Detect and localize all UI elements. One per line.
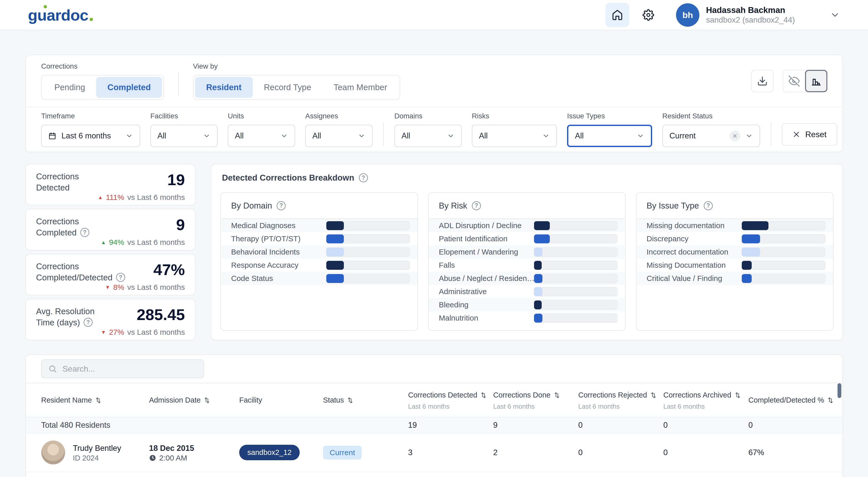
question-icon[interactable]: ? xyxy=(277,201,286,210)
toggle-group-corrections: CorrectionsPendingCompleted xyxy=(41,62,164,100)
toggle-option-pending[interactable]: Pending xyxy=(43,77,96,98)
search-input[interactable] xyxy=(62,364,197,374)
table-scrollbar-thumb[interactable] xyxy=(838,383,841,398)
download-button[interactable] xyxy=(751,70,774,92)
breakdown-row-label: Discrepancy xyxy=(647,234,742,243)
reset-filters-button[interactable]: Reset xyxy=(782,123,837,146)
breakdown-bar-track xyxy=(742,261,825,270)
question-icon[interactable]: ? xyxy=(704,201,713,210)
column-header-corrections-rejected[interactable]: Corrections RejectedLast 6 months xyxy=(578,390,663,410)
toggle-option-record-type[interactable]: Record Type xyxy=(253,77,322,98)
breakdown-row[interactable]: Patient Identification xyxy=(429,232,625,245)
calendar-icon xyxy=(48,132,56,140)
breakdown-row[interactable]: Discrepancy xyxy=(637,232,833,245)
breakdown-row[interactable]: Bleeding xyxy=(429,298,625,311)
question-icon[interactable]: ? xyxy=(359,173,368,182)
delta-compare-text: vs Last 6 months xyxy=(127,193,185,202)
chevron-down-icon xyxy=(203,132,211,140)
panel-header: By Domain? xyxy=(221,193,417,219)
clear-selection-button[interactable] xyxy=(730,130,740,141)
breakdown-row[interactable]: Response Accuracy xyxy=(221,259,417,272)
filter-group-divider xyxy=(383,122,384,146)
facility-badge[interactable]: sandbox2_12 xyxy=(239,445,300,460)
chevron-down-icon xyxy=(280,132,288,140)
kpi-card-corrections-detected: CorrectionsDetected19▲111%vs Last 6 mont… xyxy=(25,164,195,206)
table-cell-value: 3 xyxy=(408,448,493,457)
sort-icon[interactable] xyxy=(480,391,487,399)
breakdown-row[interactable]: Missing Documentation xyxy=(637,259,833,272)
breakdown-row[interactable]: Critical Value / Finding xyxy=(637,272,833,285)
column-header-completed-detected-[interactable]: Completed/Detected % xyxy=(748,395,843,406)
breakdown-row[interactable]: Behavioral Incidents xyxy=(221,245,417,259)
filter-select-domains[interactable]: All xyxy=(394,125,462,147)
sort-icon[interactable] xyxy=(553,391,561,399)
user-org: sandbox2 (sandbox2_44) xyxy=(706,15,795,25)
filter-select-assignees[interactable]: All xyxy=(305,125,373,147)
filter-select-issue-types[interactable]: All xyxy=(567,125,652,147)
toggle-option-resident[interactable]: Resident xyxy=(195,77,253,98)
show-charts-button[interactable] xyxy=(805,70,827,92)
select-value: All xyxy=(479,131,537,141)
filter-select-facilities[interactable]: All xyxy=(150,125,218,147)
column-header-corrections-archived[interactable]: Corrections ArchivedLast 6 months xyxy=(663,390,748,410)
breakdown-bar-track xyxy=(534,234,618,244)
sort-icon[interactable] xyxy=(650,391,657,399)
delta-compare-text: vs Last 6 months xyxy=(127,328,185,336)
select-value: All xyxy=(402,131,442,141)
hide-charts-button[interactable] xyxy=(783,70,805,92)
breakdown-row[interactable]: Malnutrition xyxy=(429,311,625,325)
breakdown-row[interactable]: Elopement / Wandering xyxy=(429,245,625,259)
sort-icon[interactable] xyxy=(94,396,102,404)
sort-icon[interactable] xyxy=(346,396,354,404)
breakdown-row[interactable]: Abuse / Neglect / Residen… xyxy=(429,272,625,285)
breakdown-row-label: Response Accuracy xyxy=(231,261,326,269)
filter-select-units[interactable]: All xyxy=(228,125,295,147)
home-button[interactable] xyxy=(606,3,629,27)
toggle-option-team-member[interactable]: Team Member xyxy=(322,77,398,98)
filter-domains: DomainsAll xyxy=(394,112,462,147)
user-text: Hadassah Backman sandbox2 (sandbox2_44) xyxy=(706,5,795,25)
breakdown-bar-track xyxy=(534,221,618,230)
breakdown-row[interactable]: Medical Diagnoses xyxy=(221,219,417,232)
column-header-corrections-detected[interactable]: Corrections DetectedLast 6 months xyxy=(408,390,493,410)
breakdown-row[interactable]: Incorrect documentation xyxy=(637,245,833,259)
breakdown-bar-track xyxy=(534,274,618,283)
table-row-partial[interactable] xyxy=(26,472,843,477)
user-menu[interactable]: bh Hadassah Backman sandbox2 (sandbox2_4… xyxy=(676,3,795,27)
breakdown-row[interactable]: Therapy (PT/OT/ST) xyxy=(221,232,417,245)
chevron-down-icon xyxy=(745,132,753,140)
question-icon[interactable]: ? xyxy=(116,273,125,282)
breakdown-row-label: Elopement / Wandering xyxy=(439,248,534,256)
breakdown-bar-fill xyxy=(534,261,542,270)
breakdown-row-label: Code Status xyxy=(231,274,326,283)
sort-icon[interactable] xyxy=(734,391,742,399)
settings-button[interactable] xyxy=(637,3,660,27)
column-header-resident-name[interactable]: Resident Name xyxy=(26,395,149,406)
column-header-corrections-done[interactable]: Corrections DoneLast 6 months xyxy=(493,390,578,410)
breakdown-row[interactable]: Missing documentation xyxy=(637,219,833,232)
app-logo[interactable]: guardoc xyxy=(28,6,88,24)
breakdown-row[interactable]: ADL Disruption / Decline xyxy=(429,219,625,232)
question-icon[interactable]: ? xyxy=(80,228,89,237)
kpi-title-text: Corrections xyxy=(36,171,79,182)
breakdown-row[interactable]: Falls xyxy=(429,259,625,272)
toggle-option-completed[interactable]: Completed xyxy=(96,77,162,98)
filter-select-timeframe[interactable]: Last 6 months xyxy=(41,125,140,147)
column-header-status[interactable]: Status xyxy=(323,395,408,406)
breakdown-bar-track xyxy=(742,221,825,230)
panel-title: By Domain xyxy=(231,201,272,211)
filter-select-resident-status[interactable]: Current xyxy=(662,125,760,147)
table-header-row: Resident NameAdmission DateFacilityStatu… xyxy=(26,383,843,417)
sort-icon[interactable] xyxy=(827,396,834,404)
kpi-delta: ▼27%vs Last 6 months xyxy=(36,328,185,336)
chevron-down-icon[interactable] xyxy=(830,10,840,20)
breakdown-row[interactable]: Administrative xyxy=(429,285,625,298)
breakdown-row[interactable]: Code Status xyxy=(221,272,417,285)
filter-select-risks[interactable]: All xyxy=(472,125,557,147)
toggle-groups-divider xyxy=(178,72,179,96)
sort-icon[interactable] xyxy=(203,396,211,404)
question-icon[interactable]: ? xyxy=(472,201,481,210)
column-header-admission-date[interactable]: Admission Date xyxy=(149,395,239,406)
table-row[interactable]: Trudy BentleyID 202418 Dec 20152:00 AMsa… xyxy=(26,433,843,472)
question-icon[interactable]: ? xyxy=(84,318,93,327)
